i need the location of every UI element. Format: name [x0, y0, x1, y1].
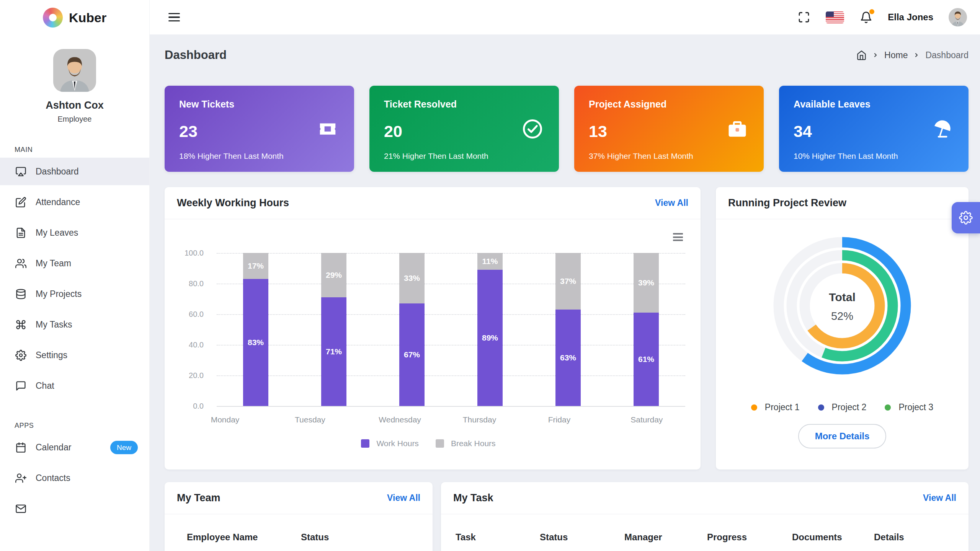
profile-role: Employee	[0, 115, 149, 124]
sidebar-item-dashboard[interactable]: Dashboard	[0, 158, 149, 185]
file-text-icon	[15, 227, 26, 238]
monitor-cast-icon	[15, 166, 26, 177]
home-icon[interactable]	[856, 50, 867, 60]
users-icon	[15, 258, 26, 269]
avatar	[53, 49, 96, 92]
sidebar-item-partial[interactable]	[0, 495, 149, 522]
user-plus-icon	[15, 473, 26, 484]
bar-saturday: 39%61%	[634, 253, 659, 406]
fullscreen-icon[interactable]	[797, 11, 810, 24]
x-axis-labels: Monday Tuesday Wednesday Thursday Friday…	[181, 415, 685, 424]
work-hours-segment: 83%	[243, 279, 268, 406]
work-hours-segment: 71%	[321, 297, 346, 406]
edit-square-icon	[15, 197, 26, 208]
sidebar-item-my-projects[interactable]: My Projects	[0, 280, 149, 308]
sidebar-item-chat[interactable]: Chat	[0, 372, 149, 399]
sidebar-item-label: My Team	[36, 258, 71, 269]
work-hours-segment: 89%	[477, 270, 503, 406]
my-task-card: My Task View All Task Status Manager Pro…	[441, 482, 969, 551]
break-hours-segment: 11%	[477, 253, 503, 270]
break-hours-segment: 17%	[243, 253, 268, 279]
column-header: Task	[456, 532, 540, 543]
stat-subtitle: 18% Higher Then Last Month	[179, 152, 340, 161]
weekly-working-hours-card: Weekly Working Hours View All 100.0 80.0…	[165, 187, 701, 469]
stat-card-project-assigned[interactable]: Project Assigned 13 37% Higher Then Last…	[574, 86, 764, 172]
work-hours-segment: 67%	[399, 303, 425, 406]
work-hours-legend-marker[interactable]	[361, 439, 369, 448]
table-header-row: Employee Name Status	[165, 514, 433, 551]
more-details-button[interactable]: More Details	[798, 424, 887, 448]
card-title: My Task	[453, 492, 493, 504]
briefcase-icon	[727, 119, 748, 139]
stat-card-ticket-resolved[interactable]: Ticket Resolved 20 21% Higher Then Last …	[369, 86, 559, 172]
donut-total-value: 52%	[831, 310, 853, 323]
break-hours-segment: 37%	[555, 253, 581, 310]
sidebar-item-settings[interactable]: Settings	[0, 341, 149, 369]
sidebar-item-my-team[interactable]: My Team	[0, 249, 149, 277]
chevron-right-icon	[872, 52, 879, 58]
sidebar-item-calendar[interactable]: Calendar New	[0, 434, 149, 461]
view-all-link[interactable]: View All	[655, 198, 688, 208]
sidebar-item-contacts[interactable]: Contacts	[0, 464, 149, 492]
user-avatar[interactable]	[949, 8, 967, 26]
view-all-link[interactable]: View All	[923, 493, 956, 503]
legend-label[interactable]: Project 3	[898, 402, 933, 412]
page-title: Dashboard	[165, 48, 227, 62]
bar-chart: 100.0 80.0 60.0 40.0 20.0 0.0	[181, 253, 685, 448]
chart-legend: Work Hours Break Hours	[181, 439, 685, 448]
brand-name: Kuber	[69, 10, 106, 25]
brand[interactable]: Kuber	[0, 0, 149, 35]
sidebar-item-my-leaves[interactable]: My Leaves	[0, 219, 149, 246]
table-header-row: Task Status Manager Progress Documents D…	[441, 514, 969, 551]
legend-label[interactable]: Break Hours	[451, 439, 496, 448]
profile-name: Ashton Cox	[0, 99, 149, 111]
y-axis-labels: 100.0 80.0 60.0 40.0 20.0 0.0	[181, 253, 208, 406]
gear-icon	[15, 350, 26, 361]
chat-bubble-icon	[15, 380, 26, 391]
us-flag-icon[interactable]	[826, 11, 844, 23]
sidebar-item-label: Chat	[36, 381, 54, 391]
donut-total-label: Total	[829, 291, 855, 304]
sidebar-item-my-tasks[interactable]: My Tasks	[0, 311, 149, 338]
gear-icon	[959, 211, 973, 225]
kuber-logo-icon	[43, 8, 63, 28]
command-icon	[15, 319, 26, 330]
view-all-link[interactable]: View All	[387, 493, 420, 503]
stat-value: 20	[384, 122, 544, 141]
floating-settings-button[interactable]	[952, 202, 980, 233]
running-project-review-card: Running Project Review Total 52%	[716, 187, 969, 469]
legend-label[interactable]: Work Hours	[376, 439, 418, 448]
sidebar-item-label: Calendar	[36, 442, 71, 453]
sidebar-item-attendance[interactable]: Attendance	[0, 188, 149, 216]
calendar-icon	[15, 442, 26, 453]
break-hours-segment: 29%	[321, 253, 346, 297]
work-hours-segment: 63%	[555, 310, 581, 406]
breadcrumb-home[interactable]: Home	[884, 50, 908, 60]
chart-menu-icon[interactable]	[671, 231, 684, 243]
column-header: Progress	[707, 532, 792, 543]
top-navbar: Ella Jones	[149, 0, 980, 34]
stat-subtitle: 37% Higher Then Last Month	[589, 152, 749, 161]
radial-chart: Total 52%	[769, 233, 915, 380]
sidebar-item-label: My Projects	[36, 289, 82, 299]
stat-title: Project Assigned	[589, 99, 749, 110]
break-hours-legend-marker[interactable]	[436, 439, 444, 448]
beach-umbrella-icon	[932, 119, 952, 139]
user-name[interactable]: Ella Jones	[888, 12, 933, 23]
bar-tuesday: 29%71%	[321, 253, 346, 406]
legend-label[interactable]: Project 1	[765, 402, 800, 412]
bar-monday: 17%83%	[243, 253, 268, 406]
stat-card-new-tickets[interactable]: New Tickets 23 18% Higher Then Last Mont…	[165, 86, 354, 172]
column-header: Manager	[624, 532, 707, 543]
stat-subtitle: 10% Higher Then Last Month	[794, 152, 954, 161]
stat-value: 34	[794, 122, 954, 141]
hamburger-menu-icon[interactable]	[166, 11, 182, 24]
card-title: Weekly Working Hours	[177, 197, 289, 209]
ticket-icon	[317, 119, 338, 139]
bell-icon[interactable]	[859, 11, 872, 24]
stat-card-available-leaves[interactable]: Available Leaves 34 10% Higher Then Last…	[779, 86, 969, 172]
notification-dot	[869, 9, 874, 14]
legend-label[interactable]: Project 2	[832, 402, 867, 412]
project-2-legend-dot	[818, 404, 824, 411]
sidebar-section-main: MAIN	[15, 146, 149, 154]
